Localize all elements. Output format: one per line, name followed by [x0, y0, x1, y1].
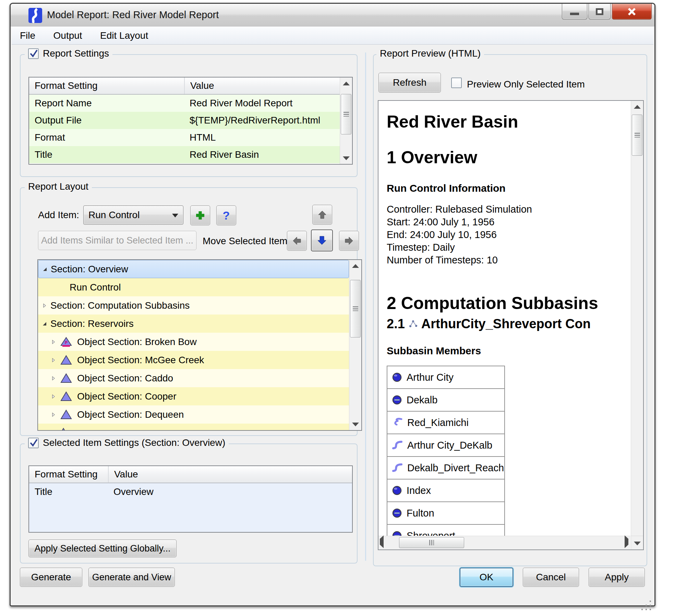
chevron-down-icon — [172, 214, 178, 217]
report-layout-header: Report Layout — [25, 181, 92, 192]
table-row: Red_Kiamichi — [387, 411, 505, 434]
minimize-button[interactable] — [562, 4, 587, 20]
selected-item-settings-header: Selected Item Settings (Section: Overvie… — [25, 437, 229, 448]
close-button[interactable] — [612, 4, 652, 20]
table-row: Fulton — [387, 502, 505, 524]
doc-section21-title: ArthurCity_Shreveport Con — [421, 317, 591, 331]
scroll-up-icon[interactable] — [631, 101, 643, 112]
table-row[interactable]: Title Red River Basin — [29, 146, 352, 163]
preview-document: Red River Basin 1 Overview Run Control I… — [378, 101, 630, 536]
menu-output[interactable]: Output — [45, 27, 91, 45]
setting-value: ${TEMP}/RedRiverReport.html — [184, 115, 320, 126]
tree-item-mcgee-creek[interactable]: Object Section: McGee Creek — [38, 351, 349, 369]
refresh-button[interactable]: Refresh — [378, 73, 441, 93]
scrollbar-thumb[interactable] — [632, 115, 642, 156]
expander-collapsed-icon[interactable] — [50, 376, 57, 381]
report-preview-header: Report Preview (HTML) — [376, 48, 484, 59]
tree-item-section-reservoirs[interactable]: Section: Reservoirs — [38, 315, 349, 333]
add-item-label: Add Item: — [38, 210, 79, 221]
table-row[interactable]: Format HTML — [29, 129, 352, 146]
preview-horizontal-scrollbar[interactable] — [378, 536, 630, 549]
tree-item-label: Object Section: Dequeen — [77, 409, 184, 420]
scroll-down-icon[interactable] — [349, 418, 361, 430]
menu-edit-layout[interactable]: Edit Layout — [92, 27, 156, 45]
tree-item-broken-bow[interactable]: P Object Section: Broken Bow — [38, 333, 349, 351]
window-title: Model Report: Red River Model Report — [47, 9, 219, 21]
scroll-up-icon[interactable] — [340, 78, 352, 89]
setting-value: Red River Model Report — [184, 98, 292, 109]
doc-members-heading: Subbasin Members — [387, 345, 630, 357]
column-value[interactable]: Value — [108, 466, 352, 483]
generate-and-view-button[interactable]: Generate and View — [88, 568, 175, 587]
report-settings-scrollbar[interactable] — [340, 78, 352, 164]
reservoir-icon — [60, 373, 72, 384]
table-row[interactable]: Title Overview — [29, 483, 352, 500]
column-value[interactable]: Value — [184, 78, 352, 94]
doc-section21-heading: 2.1 ArthurCity_Shreveport Con — [387, 317, 630, 331]
scroll-right-icon[interactable] — [625, 539, 628, 545]
scrollbar-thumb[interactable] — [341, 94, 351, 134]
column-format-setting[interactable]: Format Setting — [29, 78, 184, 94]
move-left-button[interactable] — [287, 231, 307, 251]
title-bar[interactable]: Model Report: Red River Model Report — [11, 4, 654, 26]
expander-collapsed-icon[interactable] — [50, 339, 57, 345]
apply-button[interactable]: Apply — [589, 568, 645, 587]
table-row[interactable]: Output File ${TEMP}/RedRiverReport.html — [29, 112, 352, 129]
cancel-button[interactable]: Cancel — [523, 568, 579, 587]
control-point-icon — [391, 530, 402, 536]
preview-pane[interactable]: Red River Basin 1 Overview Run Control I… — [378, 100, 644, 550]
scroll-up-icon[interactable] — [349, 260, 361, 272]
expander-collapsed-icon[interactable] — [50, 412, 57, 417]
arrow-down-icon — [317, 236, 327, 245]
menu-bar: File Output Edit Layout — [12, 27, 653, 45]
scrollbar-thumb[interactable] — [350, 280, 361, 337]
add-similar-button[interactable]: Add Items Similar to Selected Item ... — [38, 231, 196, 250]
tree-item-section-computation-subbasins[interactable]: Section: Computation Subbasins — [38, 296, 349, 315]
expander-expanded-icon[interactable] — [41, 321, 48, 327]
scrollbar-thumb[interactable] — [399, 537, 464, 548]
expander-collapsed-icon[interactable] — [50, 357, 57, 363]
restore-button[interactable] — [589, 4, 611, 20]
column-format-setting[interactable]: Format Setting — [29, 466, 108, 483]
report-settings-checkbox[interactable] — [28, 48, 39, 59]
scroll-down-icon[interactable] — [631, 537, 643, 549]
generate-button[interactable]: Generate — [20, 568, 82, 587]
add-item-combobox[interactable]: Run Control — [83, 205, 183, 225]
restore-icon — [596, 8, 603, 15]
model-report-window: Model Report: Red River Model Report Fil… — [10, 3, 655, 606]
panel-splitter[interactable] — [365, 52, 366, 561]
preview-scroll-corner — [631, 536, 643, 549]
preview-only-label: Preview Only Selected Item — [467, 79, 585, 90]
resize-grip-icon[interactable] — [650, 601, 651, 602]
move-down-button[interactable] — [311, 229, 333, 251]
ok-button[interactable]: OK — [460, 568, 513, 587]
table-row[interactable]: Report Name Red River Model Report — [29, 95, 352, 112]
member-name: Red_Kiamichi — [407, 417, 469, 428]
preview-only-checkbox[interactable] — [451, 78, 462, 88]
doc-section1-heading: 1 Overview — [387, 147, 630, 167]
move-up-button[interactable] — [312, 205, 332, 225]
generate-label: Generate — [31, 572, 71, 583]
tree-item-caddo[interactable]: Object Section: Caddo — [38, 369, 349, 387]
tree-item-dequeen[interactable]: Object Section: Dequeen — [38, 405, 349, 424]
tree-item-cooper[interactable]: Object Section: Cooper — [38, 387, 349, 405]
move-right-button[interactable] — [339, 231, 359, 251]
menu-file[interactable]: File — [12, 27, 44, 45]
expander-collapsed-icon[interactable] — [41, 303, 48, 308]
expander-collapsed-icon[interactable] — [50, 394, 57, 399]
arrow-right-icon — [345, 236, 353, 245]
help-button[interactable]: ? — [216, 205, 236, 225]
tree-scrollbar[interactable] — [349, 260, 361, 430]
preview-vertical-scrollbar[interactable] — [631, 101, 643, 536]
tree-item-section-overview[interactable]: Section: Overview — [38, 260, 349, 278]
scroll-down-icon[interactable] — [340, 152, 352, 164]
add-item-button[interactable] — [190, 205, 210, 225]
tree-item-run-control[interactable]: Run Control — [38, 278, 349, 296]
apply-setting-globally-button[interactable]: Apply Selected Setting Globally... — [28, 540, 177, 557]
move-selected-item-label: Move Selected Item: — [203, 236, 290, 247]
expander-expanded-icon[interactable] — [41, 266, 49, 272]
selected-item-settings-checkbox[interactable] — [28, 438, 39, 448]
scroll-left-icon[interactable] — [380, 539, 384, 545]
tree-item-label: Object Section: Caddo — [77, 373, 173, 384]
tree-item-partial[interactable] — [38, 424, 349, 430]
